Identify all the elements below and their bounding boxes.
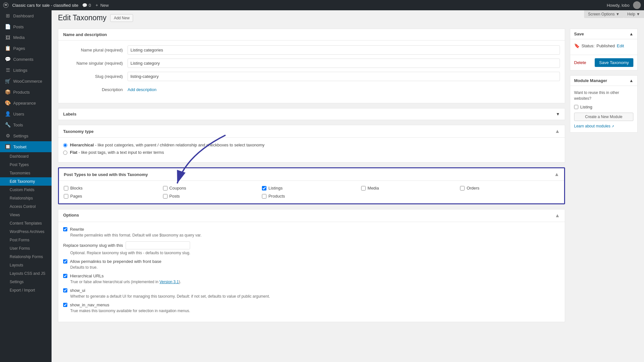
save-panel: Save ▲ 🔖 Status: Published Edit Delete xyxy=(570,29,638,70)
slug-input[interactable] xyxy=(128,72,560,81)
add-description-link[interactable]: Add description xyxy=(128,85,157,94)
sidebar-item-appearance[interactable]: 🎨 Appearance xyxy=(0,97,52,108)
flat-desc: - like post tags, with a text input to e… xyxy=(79,150,164,155)
name-plural-input[interactable] xyxy=(128,45,560,55)
sidebar-item-posts[interactable]: 📄 Posts xyxy=(0,21,52,32)
taxonomy-type-toggle[interactable]: ▲ xyxy=(555,128,560,134)
coupons-checkbox[interactable] xyxy=(163,186,168,190)
hierarchical-urls-option: Hierarchical URLs True or false allow hi… xyxy=(63,274,560,284)
sidebar-item-tools[interactable]: 🔧 Tools xyxy=(0,119,52,130)
allow-permalinks-label: Allow permalinks to be prepended with fr… xyxy=(70,259,161,264)
submenu-item-export-import[interactable]: Export / Import xyxy=(0,286,52,294)
submenu-item-custom-fields[interactable]: Custom Fields xyxy=(0,186,52,194)
submenu-item-user-forms[interactable]: User Forms xyxy=(0,244,52,253)
sidebar-item-media[interactable]: 🖼 Media xyxy=(0,32,52,43)
orders-label: Orders xyxy=(466,186,479,190)
sidebar-item-woocommerce[interactable]: 🛒 WooCommerce xyxy=(0,76,52,87)
site-name[interactable]: Classic cars for sale - classified site xyxy=(12,3,78,8)
flat-radio[interactable] xyxy=(63,151,67,155)
submenu-item-edit-taxonomy[interactable]: Edit Taxonomy xyxy=(0,177,52,186)
status-label: Status: xyxy=(582,43,594,48)
description-label: Description xyxy=(63,85,128,94)
options-panel: Options ▲ Rewrite Rewrite permalinks wit… xyxy=(58,209,565,322)
submenu-item-dashboard[interactable]: Dashboard xyxy=(0,152,52,161)
media-icon: 🖼 xyxy=(5,35,11,40)
create-module-button[interactable]: Create a New Module xyxy=(574,113,633,121)
save-title: Save xyxy=(574,32,584,36)
media-checkbox[interactable] xyxy=(361,186,366,190)
tools-icon: 🔧 xyxy=(5,122,11,128)
submenu-label: Custom Fields xyxy=(10,188,34,192)
wp-logo-link[interactable]: W xyxy=(3,3,8,8)
help-button[interactable]: Help ▼ xyxy=(623,10,644,18)
save-taxonomy-button[interactable]: Save Taxonomy xyxy=(595,58,633,67)
submenu-item-taxonomies[interactable]: Taxonomies xyxy=(0,169,52,177)
save-panel-actions: Delete Save Taxonomy xyxy=(570,55,637,70)
sidebar-item-settings[interactable]: ⚙ Settings xyxy=(0,130,52,141)
taxonomy-type-panel: Taxonomy type ▲ Hierarchical - like post… xyxy=(58,125,565,162)
comments-link[interactable]: 💬 0 xyxy=(82,3,91,8)
media-label: Media xyxy=(368,186,379,190)
submenu-item-wordpress-archives[interactable]: WordPress Archives xyxy=(0,227,52,236)
submenu-item-content-templates[interactable]: Content Templates xyxy=(0,219,52,227)
show-ui-option: show_ui Whether to generate a default UI… xyxy=(63,288,560,299)
submenu-item-layouts[interactable]: Layouts xyxy=(0,261,52,269)
add-new-button[interactable]: Add New xyxy=(110,14,133,22)
avatar xyxy=(633,1,641,9)
sidebar-item-listings[interactable]: ☰ Listings xyxy=(0,65,52,76)
replace-slug-input[interactable] xyxy=(126,241,190,249)
orders-checkbox[interactable] xyxy=(460,186,465,190)
submenu-item-views[interactable]: Views xyxy=(0,211,52,219)
posts-checkbox[interactable] xyxy=(163,194,168,199)
flat-radio-row: Flat - like post tags, with a text input… xyxy=(63,150,560,155)
show-in-nav-checkbox[interactable] xyxy=(63,303,67,307)
submenu-item-post-types[interactable]: Post Types xyxy=(0,161,52,169)
learn-about-modules-link[interactable]: Learn about modules ↗ xyxy=(574,124,614,128)
admin-sidebar: ⊞ Dashboard 📄 Posts 🖼 Media 📋 Pages 💬 Co… xyxy=(0,10,52,362)
labels-panel-header[interactable]: Labels ▼ xyxy=(58,108,565,120)
listings-checkbox[interactable] xyxy=(262,186,266,190)
options-body: Rewrite Rewrite permalinks with this for… xyxy=(58,222,565,322)
submenu-item-relationships[interactable]: Relationships xyxy=(0,194,52,202)
show-in-nav-check-row: show_in_nav_menus xyxy=(63,302,560,307)
submenu-item-layouts-css-js[interactable]: Layouts CSS and JS xyxy=(0,269,52,278)
sidebar-item-label: Settings xyxy=(13,134,28,138)
version-link[interactable]: Version 3.1 xyxy=(159,280,179,284)
products-checkbox[interactable] xyxy=(262,194,266,199)
status-edit-link[interactable]: Edit xyxy=(617,43,624,48)
woocommerce-icon: 🛒 xyxy=(5,78,11,84)
module-manager-header: Module Manager ▲ xyxy=(570,76,637,86)
rewrite-checkbox[interactable] xyxy=(63,227,67,231)
blocks-checkbox[interactable] xyxy=(64,186,68,190)
sidebar-item-comments[interactable]: 💬 Comments xyxy=(0,54,52,65)
post-types-toggle[interactable]: ▲ xyxy=(554,172,559,177)
submenu-item-relationship-forms[interactable]: Relationship Forms xyxy=(0,253,52,261)
hierarchical-radio[interactable] xyxy=(63,143,67,147)
new-link[interactable]: ＋ New xyxy=(95,2,109,8)
slug-row: Slug (required) xyxy=(63,72,560,81)
labels-title: Labels xyxy=(63,112,76,116)
taxonomy-type-body: Hierarchical - like post categories, wit… xyxy=(58,138,565,162)
submenu-label: Post Types xyxy=(10,162,29,167)
submenu-item-access-control[interactable]: Access Control xyxy=(0,202,52,211)
name-description-header: Name and description xyxy=(58,29,565,41)
submenu-label: Access Control xyxy=(10,204,36,209)
sidebar-item-users[interactable]: 👤 Users xyxy=(0,108,52,119)
show-ui-checkbox[interactable] xyxy=(63,288,67,292)
allow-permalinks-checkbox[interactable] xyxy=(63,259,67,264)
delete-link[interactable]: Delete xyxy=(574,60,586,65)
submenu-item-settings[interactable]: Settings xyxy=(0,278,52,286)
options-toggle[interactable]: ▲ xyxy=(555,213,560,218)
screen-options-button[interactable]: Screen Options ▼ xyxy=(584,10,623,18)
sidebar-item-dashboard[interactable]: ⊞ Dashboard xyxy=(0,10,52,21)
listing-module-checkbox[interactable] xyxy=(574,105,578,109)
sidebar-item-label: Toolset xyxy=(13,144,26,149)
hierarchical-urls-checkbox[interactable] xyxy=(63,274,67,278)
svg-text:W: W xyxy=(5,3,7,6)
sidebar-item-toolset[interactable]: 🔲 Toolset xyxy=(0,141,52,152)
sidebar-item-pages[interactable]: 📋 Pages xyxy=(0,43,52,54)
submenu-item-post-forms[interactable]: Post Forms xyxy=(0,236,52,244)
name-singular-input[interactable] xyxy=(128,59,560,68)
pages-checkbox[interactable] xyxy=(64,194,68,199)
sidebar-item-products[interactable]: 📦 Products xyxy=(0,87,52,97)
